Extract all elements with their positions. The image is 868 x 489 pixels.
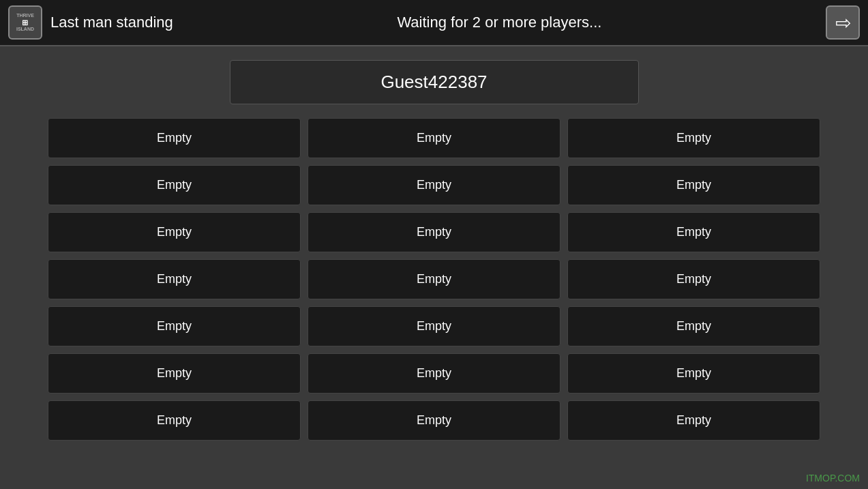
slot-button[interactable]: Empty — [308, 118, 560, 158]
slot-button[interactable]: Empty — [308, 306, 560, 346]
slot-button[interactable]: Empty — [48, 165, 301, 205]
app-header: THRIVE ⊞ ISLAND Last man standing Waitin… — [0, 0, 868, 46]
slot-button[interactable]: Empty — [48, 118, 301, 158]
slot-button[interactable]: Empty — [48, 259, 301, 299]
slot-button[interactable]: Empty — [567, 212, 820, 252]
watermark: ITMOP.COM — [806, 473, 860, 484]
slot-button[interactable]: Empty — [567, 306, 820, 346]
slot-button[interactable]: Empty — [48, 212, 301, 252]
player-name-bar: Guest422387 — [230, 60, 639, 104]
slot-button[interactable]: Empty — [308, 353, 560, 394]
slot-button[interactable]: Empty — [48, 306, 301, 346]
game-title: Last man standing — [50, 14, 173, 31]
back-arrow-icon: ⇦ — [835, 12, 851, 34]
back-button[interactable]: ⇦ — [826, 5, 860, 40]
app-logo: THRIVE ⊞ ISLAND — [8, 5, 42, 40]
slot-button[interactable]: Empty — [567, 165, 820, 205]
slots-grid: EmptyEmptyEmptyEmptyEmptyEmptyEmptyEmpty… — [48, 118, 820, 441]
logo-main-text: ⊞ — [22, 18, 29, 27]
slot-button[interactable]: Empty — [308, 212, 560, 252]
slot-button[interactable]: Empty — [567, 259, 820, 299]
slot-button[interactable]: Empty — [48, 353, 301, 394]
slot-button[interactable]: Empty — [308, 165, 560, 205]
header-left: THRIVE ⊞ ISLAND Last man standing — [8, 5, 173, 40]
slot-button[interactable]: Empty — [567, 400, 820, 441]
slot-button[interactable]: Empty — [567, 353, 820, 394]
logo-top-text: THRIVE — [16, 13, 34, 18]
slot-button[interactable]: Empty — [308, 259, 560, 299]
player-name: Guest422387 — [380, 72, 487, 92]
status-text: Waiting for 2 or more players... — [397, 14, 601, 31]
logo-bottom-text: ISLAND — [16, 27, 34, 32]
slot-button[interactable]: Empty — [48, 400, 301, 441]
slot-button[interactable]: Empty — [567, 118, 820, 158]
main-content: Guest422387 EmptyEmptyEmptyEmptyEmptyEmp… — [0, 46, 868, 454]
slot-button[interactable]: Empty — [308, 400, 560, 441]
